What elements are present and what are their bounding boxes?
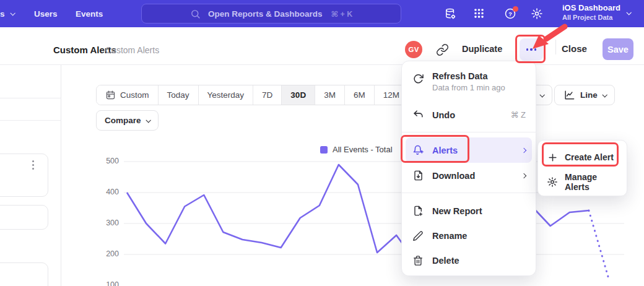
duplicate-button[interactable]: Duplicate xyxy=(462,44,502,54)
range-yesterday[interactable]: Yesterday xyxy=(198,85,253,105)
svg-text:?: ? xyxy=(508,11,512,17)
search-input[interactable]: Open Reports & Dashboards ⌘ + K xyxy=(141,4,401,24)
header-divider xyxy=(555,40,556,54)
top-navbar: s Users Events Open Reports & Dashboards… xyxy=(0,0,644,27)
chart-type-label: Line xyxy=(580,90,598,100)
chevron-down-icon xyxy=(10,11,15,15)
help-icon[interactable]: ? xyxy=(504,7,516,20)
chevron-right-icon xyxy=(521,173,526,178)
range-today[interactable]: Today xyxy=(158,85,198,105)
share-link-icon[interactable] xyxy=(436,43,450,57)
undo-icon xyxy=(412,109,424,121)
menu-item-rename[interactable]: Rename xyxy=(406,223,532,248)
line-chart-icon xyxy=(563,89,575,102)
chevron-down-icon xyxy=(626,10,631,15)
menu-item-label: Refresh Data xyxy=(432,71,505,81)
y-tick-label: 200 xyxy=(92,249,119,258)
y-tick-label: 500 xyxy=(92,157,119,165)
save-button[interactable]: Save xyxy=(603,38,633,60)
close-button[interactable]: Close xyxy=(562,43,587,54)
sidebar-divider xyxy=(0,98,61,98)
sidebar-card[interactable] xyxy=(0,205,48,230)
chevron-down-icon xyxy=(146,118,150,123)
workspace-subtitle: All Project Data xyxy=(562,14,620,21)
kebab-menu-icon[interactable] xyxy=(32,160,34,170)
sidebar-card[interactable] xyxy=(0,154,48,197)
nav-item-users[interactable]: Users xyxy=(34,0,58,27)
menu-item-label: Rename xyxy=(432,231,467,241)
legend-swatch xyxy=(320,146,328,154)
chart-type-button[interactable]: Line xyxy=(554,85,615,105)
chart-legend: All Events - Total xyxy=(320,145,393,154)
chevron-down-icon xyxy=(539,92,544,97)
y-tick-label: 300 xyxy=(92,219,119,227)
legend-label: All Events - Total xyxy=(333,145,393,154)
avatar[interactable]: GV xyxy=(405,41,422,58)
submenu-item-label: Create Alert xyxy=(565,152,614,162)
date-range-segmented-control: CustomTodayYesterday7D30D3M6M12M xyxy=(96,85,409,105)
menu-divider xyxy=(402,193,536,193)
submenu-item-manage-alerts[interactable]: Manage Alerts xyxy=(542,171,623,193)
range-30d[interactable]: 30D xyxy=(281,85,315,105)
gear-icon xyxy=(547,176,558,188)
submenu-item-create-alert[interactable]: Create Alert xyxy=(542,146,623,168)
range-label: Today xyxy=(167,90,189,100)
menu-item-refresh-data[interactable]: Refresh Data Data from 1 min ago xyxy=(406,66,532,98)
settings-gear-icon[interactable] xyxy=(531,7,543,20)
menu-item-label: Download xyxy=(432,171,475,181)
nav-item-events[interactable]: Events xyxy=(76,0,103,27)
range-label: 7D xyxy=(262,90,272,100)
range-label: 3M xyxy=(324,90,336,100)
compare-label: Compare xyxy=(105,116,141,125)
menu-item-label: Alerts xyxy=(432,145,458,155)
nav-item-partial[interactable]: s xyxy=(0,0,14,27)
menu-item-subtitle: Data from 1 min ago xyxy=(432,83,505,92)
nav-partial-label: s xyxy=(0,9,5,19)
range-label: 30D xyxy=(290,90,306,100)
apps-grid-icon[interactable] xyxy=(473,7,485,20)
workspace-name: iOS Dashboard xyxy=(562,3,620,12)
workspace-switcher[interactable]: iOS Dashboard All Project Data xyxy=(562,3,620,21)
more-options-menu: Refresh Data Data from 1 min ago Undo ⌘ … xyxy=(401,61,536,276)
menu-divider xyxy=(402,132,536,132)
menu-item-shortcut: ⌘ Z xyxy=(510,110,526,119)
app-root: 500400300200100 All Events - Total Custo… xyxy=(0,0,644,286)
plus-icon xyxy=(547,152,558,163)
refresh-icon xyxy=(412,72,424,85)
y-tick-label: 100 xyxy=(92,280,119,286)
range-7d[interactable]: 7D xyxy=(253,85,281,105)
data-settings-icon[interactable] xyxy=(444,7,456,20)
range-custom[interactable]: Custom xyxy=(97,85,158,105)
search-shortcut: ⌘ + K xyxy=(331,9,353,19)
chevron-right-icon xyxy=(521,147,526,152)
menu-item-new-report[interactable]: New Report xyxy=(406,198,532,223)
alerts-submenu: Create Alert Manage Alerts xyxy=(537,140,627,196)
download-icon xyxy=(412,170,424,182)
menu-item-label: Delete xyxy=(432,256,459,266)
sidebar-divider xyxy=(0,120,61,121)
range-label: Yesterday xyxy=(207,90,245,100)
menu-item-label: Undo xyxy=(432,110,455,120)
menu-item-label: New Report xyxy=(432,206,482,216)
range-label: Custom xyxy=(120,90,149,100)
submenu-item-label: Manage Alerts xyxy=(565,172,618,192)
menu-item-download[interactable]: Download xyxy=(406,163,532,188)
range-label: 6M xyxy=(354,90,365,100)
y-tick-label: 400 xyxy=(92,188,119,196)
calendar-icon xyxy=(105,90,116,100)
range-6m[interactable]: 6M xyxy=(344,85,374,105)
sidebar-card[interactable] xyxy=(0,262,48,286)
notification-badge xyxy=(513,6,518,12)
rename-icon xyxy=(412,230,424,242)
menu-item-alerts[interactable]: Alerts xyxy=(406,137,532,163)
search-icon xyxy=(190,9,201,19)
range-label: 12M xyxy=(383,90,399,100)
range-3m[interactable]: 3M xyxy=(315,85,344,105)
search-placeholder: Open Reports & Dashboards xyxy=(208,9,323,19)
menu-item-delete[interactable]: Delete xyxy=(406,248,532,273)
menu-item-undo[interactable]: Undo ⌘ Z xyxy=(406,102,532,128)
alert-bell-plus-icon xyxy=(412,144,424,157)
compare-button[interactable]: Compare xyxy=(96,110,159,131)
more-options-button[interactable] xyxy=(520,38,543,61)
delete-icon xyxy=(412,254,424,267)
